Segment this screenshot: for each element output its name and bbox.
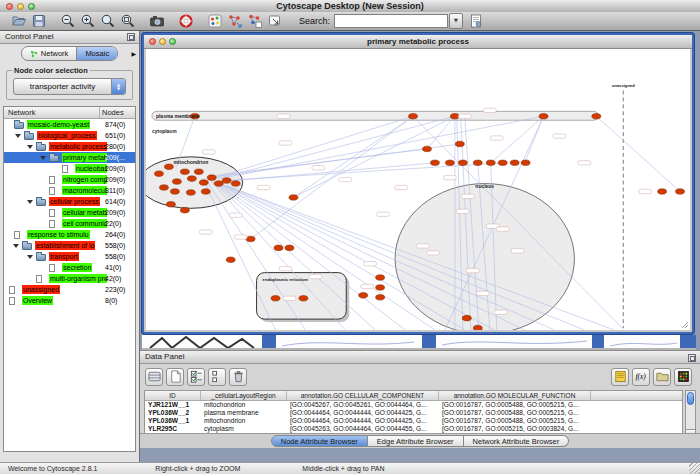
tree-row[interactable]: primary metabo209(...	[4, 152, 135, 163]
float-panel-icon[interactable]	[127, 33, 135, 41]
tree-row[interactable]: macromolecule311(0)	[4, 185, 135, 196]
tab-node-attribute-browser[interactable]: Node Attribute Browser	[271, 435, 368, 447]
tree-row[interactable]: Overview8(0)	[4, 295, 135, 306]
view-zoom-button[interactable]	[169, 38, 176, 45]
tab-network-attribute-browser[interactable]: Network Attribute Browser	[464, 435, 570, 447]
tab-edge-attribute-browser[interactable]: Edge Attribute Browser	[368, 435, 464, 447]
network-canvas[interactable]: plasma membrane cytoplasm mitochondrion …	[146, 49, 690, 330]
view-close-button[interactable]	[149, 38, 156, 45]
column-header[interactable]: annotation.GO MOLECULAR_FUNCTION	[439, 391, 591, 400]
network-node[interactable]	[658, 189, 667, 195]
network-node[interactable]	[521, 160, 530, 166]
network-node[interactable]	[274, 245, 283, 251]
import-attributes-icon[interactable]	[653, 368, 671, 386]
tree-row[interactable]: response to stimulu264(0)	[4, 229, 135, 240]
function-builder-icon[interactable]: f(x)	[632, 368, 650, 386]
tree-row[interactable]: establishment of lo558(0)	[4, 240, 135, 251]
expander-icon[interactable]	[27, 255, 33, 259]
network-node[interactable]	[214, 181, 223, 187]
open-icon[interactable]	[11, 13, 27, 29]
network-node[interactable]	[376, 295, 385, 301]
network-node[interactable]	[285, 245, 294, 251]
zoom-fit-icon[interactable]	[120, 13, 136, 29]
zoom-selected-icon[interactable]	[100, 13, 116, 29]
delete-attribute-icon[interactable]	[229, 368, 247, 386]
tree-row[interactable]: biological_process651(0)	[4, 130, 135, 141]
tree-row[interactable]: mosaic-demo-yeast874(0)	[4, 119, 135, 130]
network-node[interactable]	[473, 325, 482, 330]
tree-row[interactable]: unassigned223(0)	[4, 284, 135, 295]
network-node[interactable]	[289, 195, 298, 201]
table-row[interactable]: YPL036W__2plasma membrane[GO:0044464, GO…	[145, 409, 682, 417]
canvas-resize-grip[interactable]	[682, 322, 688, 328]
tree-row[interactable]: cell communicat22(0)	[4, 218, 135, 229]
network-node[interactable]	[226, 257, 235, 263]
network-node[interactable]	[445, 160, 454, 166]
tab-mosaic[interactable]: Mosaic	[76, 47, 117, 60]
tree-column-network[interactable]: Network	[4, 107, 100, 118]
network-node[interactable]	[359, 293, 368, 299]
edit-network-icon[interactable]	[227, 13, 243, 29]
search-input[interactable]	[334, 14, 448, 28]
background-windows[interactable]	[142, 335, 696, 350]
network-node[interactable]	[676, 189, 685, 195]
network-node[interactable]	[207, 175, 216, 181]
tree-row[interactable]: transport558(0)	[4, 251, 135, 262]
network-node[interactable]	[199, 180, 208, 186]
table-row[interactable]: YPL036W__1mitochondrion[GO:0044464, GO:0…	[145, 417, 682, 425]
unselect-attributes-icon[interactable]	[208, 368, 226, 386]
search-options-icon[interactable]	[468, 13, 484, 29]
network-node[interactable]	[462, 315, 471, 321]
network-node[interactable]	[154, 171, 163, 177]
tree-column-nodes[interactable]: Nodes	[100, 107, 135, 118]
network-node[interactable]	[422, 146, 431, 152]
network-node[interactable]	[473, 160, 482, 166]
tree-row[interactable]: nitrogen compo209(0)	[4, 174, 135, 185]
network-node[interactable]	[170, 189, 179, 195]
attribute-table-icon[interactable]	[145, 368, 163, 386]
tree-row[interactable]: metabolic process280(0)	[4, 141, 135, 152]
view-minimize-button[interactable]	[159, 38, 166, 45]
network-node[interactable]	[299, 296, 308, 302]
node-color-dropdown[interactable]: transporter activity ▲▼	[13, 78, 126, 95]
network-node[interactable]	[231, 181, 240, 187]
network-node[interactable]	[455, 141, 464, 147]
network-node[interactable]	[186, 190, 195, 196]
table-row[interactable]: YLR295Ccytoplasm[GO:0045263, GO:0044464,…	[145, 425, 682, 433]
network-node[interactable]	[430, 160, 439, 166]
window-resize-grip[interactable]	[689, 463, 700, 474]
tree-row[interactable]: cellular process614(0)	[4, 196, 135, 207]
save-icon[interactable]	[31, 13, 47, 29]
network-node[interactable]	[180, 208, 189, 214]
network-node[interactable]	[450, 114, 459, 120]
expander-icon[interactable]	[40, 156, 46, 160]
select-attributes-icon[interactable]	[187, 368, 205, 386]
network-node[interactable]	[164, 164, 173, 170]
network-node[interactable]	[201, 189, 210, 195]
vizmapper-icon[interactable]	[207, 13, 223, 29]
help-icon[interactable]	[178, 13, 194, 29]
edit-nested-network-icon[interactable]	[247, 13, 263, 29]
zoom-out-icon[interactable]	[60, 13, 76, 29]
network-node[interactable]	[166, 202, 175, 208]
tree-row[interactable]: nucleobase-209(0)	[4, 163, 135, 174]
tree-row[interactable]: cellular metabo209(0)	[4, 207, 135, 218]
network-node[interactable]	[376, 275, 385, 281]
scrollbar-thumb[interactable]	[687, 392, 694, 405]
network-node[interactable]	[159, 185, 168, 191]
table-row[interactable]: YJR121W__1mitochondrion[GO:0045267, GO:0…	[145, 401, 682, 409]
network-node[interactable]	[222, 178, 231, 184]
snapshot-icon[interactable]	[149, 13, 165, 29]
network-node[interactable]	[187, 176, 196, 182]
network-node[interactable]	[172, 179, 181, 185]
network-node[interactable]	[592, 114, 601, 120]
network-node[interactable]	[180, 169, 189, 175]
network-node[interactable]	[271, 296, 280, 302]
matrix-icon[interactable]	[674, 368, 692, 386]
network-node[interactable]	[486, 160, 495, 166]
expander-icon[interactable]	[27, 200, 33, 204]
network-node[interactable]	[510, 160, 519, 166]
column-header[interactable]: _cellularLayoutRegion	[201, 391, 287, 400]
network-node[interactable]	[458, 160, 467, 166]
network-node[interactable]	[246, 236, 255, 242]
